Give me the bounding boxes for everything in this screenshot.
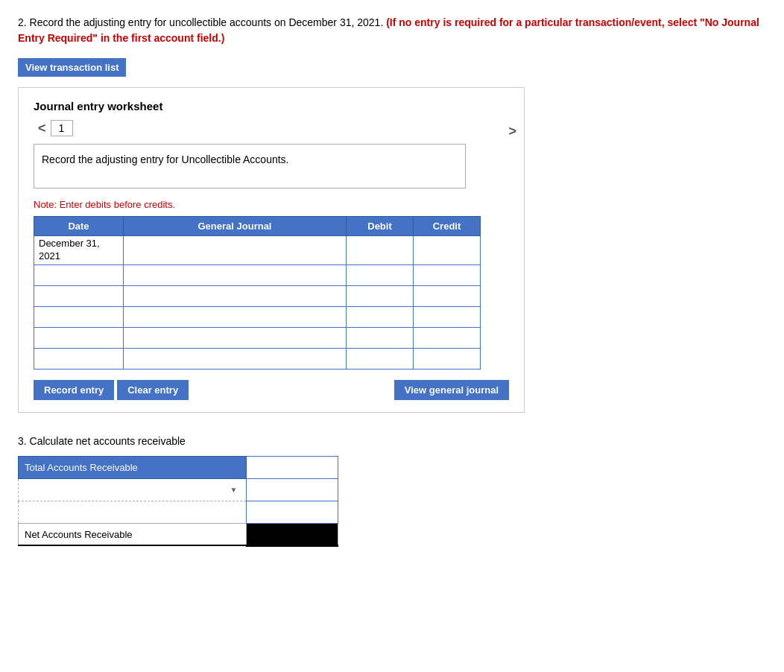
debit-input-1[interactable] xyxy=(347,236,413,264)
ar-middle-input[interactable] xyxy=(247,501,338,523)
credit-input-5[interactable] xyxy=(414,328,480,348)
nav-number: 1 xyxy=(51,120,73,136)
instructions: 2. Record the adjusting entry for uncoll… xyxy=(18,15,766,46)
nav-prev-button[interactable]: < xyxy=(34,121,51,136)
credit-cell-4[interactable] xyxy=(414,306,481,327)
debit-input-3[interactable] xyxy=(347,286,413,306)
gj-input-5[interactable] xyxy=(124,328,346,348)
ar-dropdown-label: ▼ xyxy=(19,478,247,501)
credit-input-1[interactable] xyxy=(414,236,480,264)
debit-input-5[interactable] xyxy=(347,328,413,348)
date-cell-6 xyxy=(34,348,124,369)
debit-cell-5[interactable] xyxy=(347,327,414,348)
entry-description: Record the adjusting entry for Uncollect… xyxy=(34,144,466,188)
nav-next-button[interactable]: > xyxy=(508,124,516,139)
ar-dropdown-input-cell[interactable] xyxy=(247,478,338,501)
table-row xyxy=(34,264,481,285)
debit-cell-1[interactable] xyxy=(347,236,414,265)
date-cell-1: December 31,2021 xyxy=(34,236,124,265)
total-ar-label: Total Accounts Receivable xyxy=(19,456,247,478)
credit-cell-2[interactable] xyxy=(414,264,481,285)
gj-input-6[interactable] xyxy=(124,349,346,369)
credit-input-2[interactable] xyxy=(414,265,480,285)
credit-cell-1[interactable] xyxy=(414,236,481,265)
net-ar-input[interactable] xyxy=(247,524,338,545)
debit-cell-3[interactable] xyxy=(347,285,414,306)
credit-input-3[interactable] xyxy=(414,286,480,306)
gj-input-2[interactable] xyxy=(124,265,346,285)
ar-dropdown-input[interactable] xyxy=(247,479,338,501)
gj-cell-2[interactable] xyxy=(124,264,347,285)
gj-cell-5[interactable] xyxy=(124,327,347,348)
clear-entry-button[interactable]: Clear entry xyxy=(117,380,189,400)
ar-row-total: Total Accounts Receivable xyxy=(19,456,338,478)
col-header-date: Date xyxy=(34,217,124,236)
credit-cell-6[interactable] xyxy=(414,348,481,369)
credit-input-6[interactable] xyxy=(414,349,480,369)
action-buttons: Record entry Clear entry View general jo… xyxy=(34,380,509,400)
total-ar-input[interactable] xyxy=(247,457,338,478)
table-row xyxy=(34,306,481,327)
debit-input-6[interactable] xyxy=(347,349,413,369)
journal-title: Journal entry worksheet xyxy=(34,100,509,112)
total-ar-input-cell[interactable] xyxy=(247,456,338,478)
date-cell-3 xyxy=(34,285,124,306)
note-text: Note: Enter debits before credits. xyxy=(34,199,509,210)
ar-middle-input-cell[interactable] xyxy=(247,501,338,523)
gj-cell-4[interactable] xyxy=(124,306,347,327)
credit-cell-3[interactable] xyxy=(414,285,481,306)
ar-row-middle xyxy=(19,501,338,523)
section3-title: 3. Calculate net accounts receivable xyxy=(18,435,766,447)
date-value-1: December 31,2021 xyxy=(39,238,118,263)
table-row xyxy=(34,348,481,369)
view-general-journal-button[interactable]: View general journal xyxy=(394,380,509,400)
gj-input-4[interactable] xyxy=(124,307,346,327)
ar-row-net: Net Accounts Receivable xyxy=(19,523,338,545)
credit-cell-5[interactable] xyxy=(414,327,481,348)
ar-table: Total Accounts Receivable ▼ Net Accounts… xyxy=(18,456,338,547)
date-cell-2 xyxy=(34,264,124,285)
net-ar-label: Net Accounts Receivable xyxy=(19,523,247,545)
table-row xyxy=(34,285,481,306)
col-header-credit: Credit xyxy=(414,217,481,236)
record-entry-button[interactable]: Record entry xyxy=(34,380,114,400)
gj-cell-6[interactable] xyxy=(124,348,347,369)
journal-worksheet-container: Journal entry worksheet < 1 > Record the… xyxy=(18,87,525,413)
debit-input-4[interactable] xyxy=(347,307,413,327)
ar-middle-label xyxy=(19,501,247,523)
table-row: December 31,2021 xyxy=(34,236,481,265)
date-cell-5 xyxy=(34,327,124,348)
date-cell-4 xyxy=(34,306,124,327)
journal-table: Date General Journal Debit Credit Decemb… xyxy=(34,216,481,370)
credit-input-4[interactable] xyxy=(414,307,480,327)
gj-input-3[interactable] xyxy=(124,286,346,306)
ar-row-dropdown: ▼ xyxy=(19,478,338,501)
debit-input-2[interactable] xyxy=(347,265,413,285)
gj-cell-1[interactable] xyxy=(124,236,347,265)
gj-input-1[interactable] xyxy=(124,236,346,264)
gj-cell-3[interactable] xyxy=(124,285,347,306)
debit-cell-4[interactable] xyxy=(347,306,414,327)
col-header-gj: General Journal xyxy=(124,217,347,236)
view-transaction-button[interactable]: View transaction list xyxy=(18,58,126,77)
net-ar-input-cell[interactable] xyxy=(247,523,338,545)
dropdown-indicator-icon: ▼ xyxy=(230,486,238,494)
debit-cell-2[interactable] xyxy=(347,264,414,285)
instructions-text: 2. Record the adjusting entry for uncoll… xyxy=(18,16,383,28)
col-header-debit: Debit xyxy=(347,217,414,236)
nav-row: < 1 xyxy=(34,120,509,136)
table-row xyxy=(34,327,481,348)
debit-cell-6[interactable] xyxy=(347,348,414,369)
